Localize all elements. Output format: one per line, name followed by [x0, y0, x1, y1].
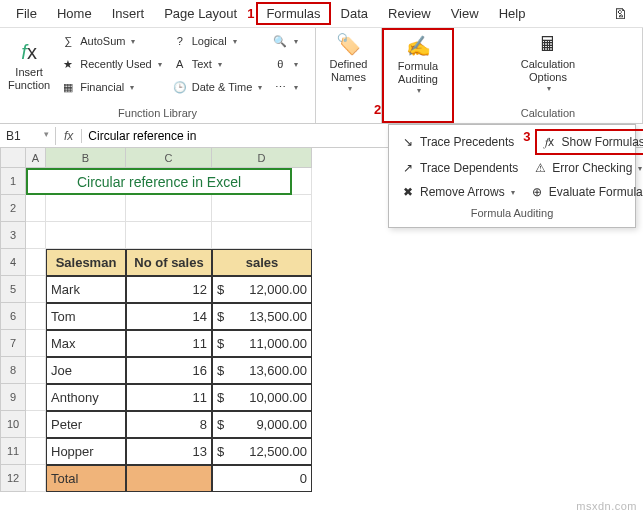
recently-used-button[interactable]: ★Recently Used — [56, 53, 166, 75]
table-header-nsales[interactable]: No of sales — [126, 249, 212, 276]
menu-home[interactable]: Home — [47, 2, 102, 25]
cell-sales[interactable]: $13,600.00 — [212, 357, 312, 384]
autosum-button[interactable]: ∑AutoSum — [56, 30, 166, 52]
trace-dependents-button[interactable]: ↗Trace Dependents — [395, 157, 523, 179]
cell-total-label[interactable]: Total — [46, 465, 126, 492]
remove-arrows-button[interactable]: ✖Remove Arrows — [395, 181, 520, 203]
menu-review[interactable]: Review — [378, 2, 441, 25]
menu-pagelayout[interactable]: Page Layout — [154, 2, 247, 25]
lookup-button[interactable]: 🔍 — [268, 30, 302, 52]
row-header[interactable]: 2 — [0, 195, 26, 222]
col-header-a[interactable]: A — [26, 148, 46, 168]
cell[interactable] — [26, 357, 46, 384]
row-header[interactable]: 6 — [0, 303, 26, 330]
menu-insert[interactable]: Insert — [102, 2, 155, 25]
cell-name[interactable]: Tom — [46, 303, 126, 330]
trace-precedents-button[interactable]: ↘Trace Precedents — [395, 129, 519, 155]
title-cell[interactable]: Circular reference in Excel — [26, 168, 292, 195]
cell-count[interactable]: 8 — [126, 411, 212, 438]
evaluate-formula-button[interactable]: ⊕Evaluate Formula — [524, 181, 643, 203]
row-header[interactable]: 9 — [0, 384, 26, 411]
cell-count[interactable]: 14 — [126, 303, 212, 330]
menu-formulas[interactable]: Formulas — [256, 2, 330, 25]
row-header[interactable]: 11 — [0, 438, 26, 465]
menu-view[interactable]: View — [441, 2, 489, 25]
cell[interactable] — [26, 330, 46, 357]
cell-sales[interactable]: $10,000.00 — [212, 384, 312, 411]
cell-name[interactable]: Peter — [46, 411, 126, 438]
row-header[interactable]: 10 — [0, 411, 26, 438]
cell-name[interactable]: Hopper — [46, 438, 126, 465]
cell[interactable] — [126, 195, 212, 222]
fx-button[interactable]: fx — [56, 129, 82, 143]
cell[interactable] — [26, 195, 46, 222]
cell-count[interactable]: 13 — [126, 438, 212, 465]
table-header-sales[interactable]: sales — [212, 249, 312, 276]
cell[interactable] — [126, 222, 212, 249]
more-functions-button[interactable]: ⋯ — [268, 76, 302, 98]
group-calculation: Calculation — [458, 105, 638, 121]
cell[interactable] — [26, 303, 46, 330]
cell[interactable] — [26, 411, 46, 438]
cell[interactable] — [46, 222, 126, 249]
math-button[interactable]: θ — [268, 53, 302, 75]
datetime-button[interactable]: 🕒Date & Time — [168, 76, 267, 98]
row-header[interactable]: 8 — [0, 357, 26, 384]
trace-precedents-icon: ↘ — [400, 134, 416, 150]
share-icon[interactable]: 🖻 — [603, 2, 637, 26]
table-header-salesman[interactable]: Salesman — [46, 249, 126, 276]
row-header[interactable]: 4 — [0, 249, 26, 276]
row-header[interactable]: 7 — [0, 330, 26, 357]
financial-button[interactable]: ▦Financial — [56, 76, 166, 98]
cell-count[interactable]: 12 — [126, 276, 212, 303]
cell-sales[interactable]: $13,500.00 — [212, 303, 312, 330]
cell-total-value[interactable]: 0 — [212, 465, 312, 492]
row-header[interactable]: 1 — [0, 168, 26, 195]
cell-sales[interactable]: $11,000.00 — [212, 330, 312, 357]
row-header[interactable]: 12 — [0, 465, 26, 492]
cell[interactable] — [26, 465, 46, 492]
trace-dependents-icon: ↗ — [400, 160, 416, 176]
formula-auditing-button[interactable]: ✍️ Formula Auditing — [388, 32, 448, 98]
cell-count[interactable]: 16 — [126, 357, 212, 384]
cell-name[interactable]: Anthony — [46, 384, 126, 411]
col-header-d[interactable]: D — [212, 148, 312, 168]
cell-total-blank[interactable] — [126, 465, 212, 492]
cell[interactable] — [26, 384, 46, 411]
show-formulas-button[interactable]: 𝑓xShow Formulas — [535, 129, 644, 155]
cell-sales[interactable]: $12,000.00 — [212, 276, 312, 303]
name-box[interactable]: B1▾ — [0, 127, 56, 145]
watermark: msxdn.com — [576, 500, 637, 512]
defined-names-button[interactable]: 🏷️ Defined Names — [320, 30, 377, 96]
insert-function-button[interactable]: fx Insert Function — [4, 30, 54, 102]
cell[interactable] — [212, 195, 312, 222]
cell-count[interactable]: 11 — [126, 384, 212, 411]
col-header-c[interactable]: C — [126, 148, 212, 168]
cell[interactable] — [26, 222, 46, 249]
cell-sales[interactable]: $12,500.00 — [212, 438, 312, 465]
cell-sales[interactable]: $9,000.00 — [212, 411, 312, 438]
annotation-3: 3 — [523, 129, 530, 155]
cell[interactable] — [46, 195, 126, 222]
cell[interactable] — [26, 438, 46, 465]
cell-name[interactable]: Max — [46, 330, 126, 357]
row-header[interactable]: 5 — [0, 276, 26, 303]
menu-data[interactable]: Data — [331, 2, 378, 25]
cell[interactable] — [26, 249, 46, 276]
calculation-options-button[interactable]: 🖩 Calculation Options — [458, 30, 638, 96]
col-header-b[interactable]: B — [46, 148, 126, 168]
menu-file[interactable]: File — [6, 2, 47, 25]
dropdown-title: Formula Auditing — [395, 207, 629, 219]
select-all-corner[interactable] — [0, 148, 26, 168]
cell[interactable] — [26, 276, 46, 303]
error-checking-button[interactable]: ⚠Error Checking — [527, 157, 643, 179]
logical-button[interactable]: ?Logical — [168, 30, 267, 52]
menu-help[interactable]: Help — [489, 2, 536, 25]
cell[interactable] — [212, 222, 312, 249]
text-button[interactable]: AText — [168, 53, 267, 75]
cell-count[interactable]: 11 — [126, 330, 212, 357]
row-header[interactable]: 3 — [0, 222, 26, 249]
cell-name[interactable]: Joe — [46, 357, 126, 384]
cell-name[interactable]: Mark — [46, 276, 126, 303]
financial-icon: ▦ — [60, 79, 76, 95]
